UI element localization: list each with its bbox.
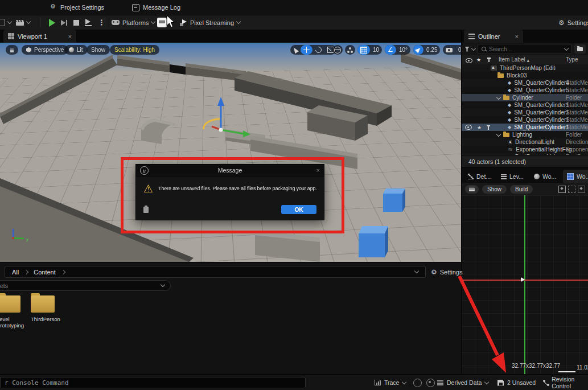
project-settings-button[interactable]: Project Settings: [50, 0, 104, 15]
world-partition-minimap[interactable]: 32.77x32.77x32.77 11.02: [462, 195, 588, 374]
outliner-row[interactable]: Cylinder Folder: [462, 94, 588, 101]
tab-levels[interactable]: Lev...: [497, 170, 528, 183]
grid-view-icon[interactable]: [578, 186, 585, 193]
pin-column-icon[interactable]: [488, 58, 490, 62]
visibility-column-icon[interactable]: [466, 58, 472, 63]
expander-icon[interactable]: [496, 95, 501, 99]
viewport-menu-button[interactable]: [6, 45, 18, 55]
filter-icon[interactable]: [464, 47, 470, 52]
viewport-3d-scene[interactable]: y Perspective Lit Show Scalability: High: [0, 43, 461, 262]
revision-control-label: Revision Control: [552, 376, 588, 389]
surface-snapping-button[interactable]: [345, 45, 355, 55]
focus-selection-icon[interactable]: [558, 186, 566, 193]
snapshot-icon[interactable]: [426, 379, 435, 387]
camera-icon[interactable]: [443, 45, 455, 55]
outliner-search-input[interactable]: Search...: [478, 44, 572, 54]
bounds-icon[interactable]: [568, 186, 575, 193]
outliner-row[interactable]: SM_QuarterCylinder5 StaticMes: [462, 87, 588, 94]
outliner-row[interactable]: ExponentialHeightFog Exponent: [462, 146, 588, 153]
tab-details[interactable]: Det...: [464, 170, 495, 183]
asset-search-input[interactable]: ch Assets: [0, 280, 171, 291]
close-icon[interactable]: ×: [515, 33, 519, 40]
minimap-camera-marker: [521, 277, 525, 282]
settings-dropdown[interactable]: Settings: [558, 15, 588, 30]
annotation-rectangle: [121, 157, 344, 233]
wp-menu-button[interactable]: [465, 185, 479, 194]
favorite-column-icon[interactable]: [476, 56, 481, 63]
grid-snap-icon[interactable]: [357, 45, 370, 55]
tab-world-partition[interactable]: Wo...: [563, 170, 588, 183]
outliner-row[interactable]: SM_QuarterCylinder1 StaticMes: [462, 124, 588, 131]
outliner-row[interactable]: SM_QuarterCylinder1 StaticMes: [462, 101, 588, 109]
move-tool-icon[interactable]: [301, 45, 312, 55]
refresh-icon[interactable]: [413, 379, 422, 387]
perspective-cube-icon: [26, 47, 31, 52]
blue-cube: [359, 226, 388, 257]
transform-gizmo[interactable]: [204, 97, 250, 137]
eye-icon[interactable]: [465, 125, 472, 130]
launch-icon[interactable]: [85, 19, 92, 26]
cinematics-dropdown[interactable]: [16, 15, 30, 30]
play-icon[interactable]: [49, 19, 55, 27]
content-settings-label: Settings: [440, 269, 463, 276]
star-icon[interactable]: [477, 124, 482, 130]
tab-world-settings[interactable]: Wo...: [530, 170, 560, 183]
camera-speed-value[interactable]: 0.8: [455, 45, 461, 55]
breadcrumb[interactable]: All Content: [5, 266, 426, 278]
derived-data-dropdown[interactable]: Derived Data: [437, 375, 488, 390]
expander-icon[interactable]: [496, 132, 501, 136]
search-placeholder: Search...: [489, 46, 512, 52]
scalability-button[interactable]: Scalability: High: [110, 45, 159, 55]
folder-tile[interactable]: Level Prototyping: [0, 295, 24, 329]
outliner-row[interactable]: Lighting Folder: [462, 131, 588, 138]
scale-snap-value[interactable]: 0.25: [423, 45, 440, 55]
scale-snap-control: 0.25: [413, 45, 440, 55]
breadcrumb-all[interactable]: All: [12, 269, 19, 276]
stop-icon[interactable]: [73, 20, 79, 26]
revision-control-button[interactable]: Revision Control: [543, 375, 588, 390]
chevron-down-icon[interactable]: [471, 46, 476, 50]
angle-snap-icon[interactable]: [385, 45, 396, 55]
chevron-down-icon[interactable]: [414, 269, 419, 273]
outliner-row[interactable]: SM_QuarterCylinder1 StaticMes: [462, 116, 588, 124]
world-settings-icon: [534, 174, 540, 179]
wp-show-button[interactable]: Show: [482, 185, 507, 194]
modes-dropdown[interactable]: [0, 15, 11, 30]
folder-tile[interactable]: ThirdPerson: [31, 295, 58, 322]
lit-dropdown[interactable]: Lit: [64, 45, 88, 55]
breadcrumb-content[interactable]: Content: [34, 269, 56, 276]
perspective-dropdown[interactable]: Perspective: [22, 45, 68, 55]
project-settings-icon: [50, 4, 57, 11]
angle-snap-value[interactable]: 10°: [396, 45, 410, 55]
platforms-dropdown[interactable]: Platforms: [112, 15, 155, 30]
select-tool-icon[interactable]: [290, 45, 301, 55]
show-dropdown[interactable]: Show: [87, 45, 110, 55]
close-icon[interactable]: ×: [68, 33, 72, 40]
unsaved-files-button[interactable]: 2 Unsaved: [497, 375, 536, 390]
wp-build-button[interactable]: Build: [510, 185, 533, 194]
outliner-row[interactable]: SM_QuarterCylinder4 StaticMe: [462, 79, 588, 87]
grid-snap-value[interactable]: 10: [370, 45, 382, 55]
outliner-row[interactable]: SM_QuarterCylinder1 StaticMes: [462, 109, 588, 116]
pixel-streaming-dropdown[interactable]: Pixel Streaming: [180, 15, 240, 30]
message-log-button[interactable]: Message Log: [132, 0, 180, 15]
pin-icon[interactable]: [488, 125, 489, 130]
type-column[interactable]: Type: [566, 56, 578, 63]
rotate-tool-icon[interactable]: [312, 45, 324, 55]
viewport-tab[interactable]: Viewport 1 ×: [3, 30, 76, 43]
outliner-row[interactable]: ThirdPersonMap (Editor): [462, 64, 588, 72]
project-launcher-button[interactable]: [157, 15, 167, 30]
item-label-column[interactable]: Item Label: [499, 56, 529, 63]
world-coordinate-toggle[interactable]: [332, 45, 343, 55]
scale-snap-icon[interactable]: [413, 45, 423, 55]
content-settings-dropdown[interactable]: Settings: [431, 266, 463, 278]
chevron-down-icon: [236, 19, 241, 24]
outliner-row[interactable]: Block03: [462, 72, 588, 79]
skip-icon[interactable]: [61, 19, 68, 26]
console-command-input[interactable]: r Console Command: [0, 377, 306, 388]
pixel-streaming-label: Pixel Streaming: [190, 19, 234, 26]
add-folder-button[interactable]: [574, 44, 586, 54]
outliner-tab[interactable]: Outliner ×: [464, 30, 523, 43]
trace-dropdown[interactable]: Trace: [375, 375, 406, 390]
outliner-row[interactable]: DirectionalLight Directiona: [462, 138, 588, 146]
